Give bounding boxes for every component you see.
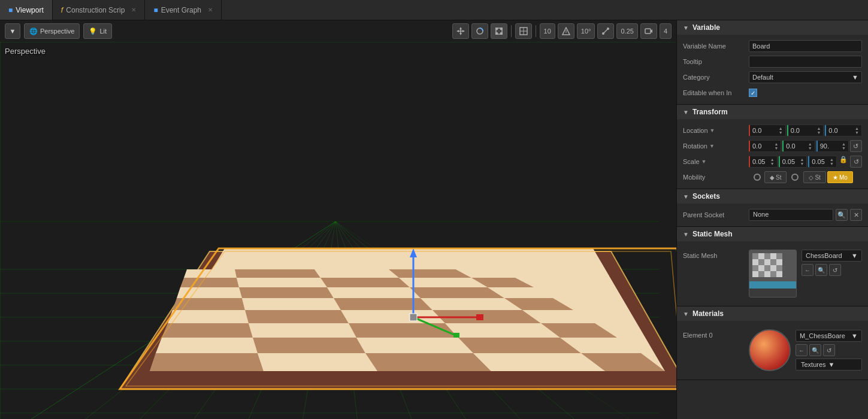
- perspective-button[interactable]: 🌐 Perspective: [24, 23, 80, 39]
- surface-snap-btn[interactable]: [558, 23, 574, 39]
- material-name-dropdown[interactable]: M_ChessBoare ▼: [796, 330, 862, 342]
- scale-snap-icon-btn[interactable]: [597, 23, 614, 39]
- sockets-collapse-icon: ▼: [683, 193, 689, 200]
- svg-rect-9: [500, 28, 503, 30]
- camera-speed-value: 4: [664, 28, 667, 35]
- tab-construction[interactable]: f Construction Scrip ✕: [53, 0, 146, 20]
- mobility-static-btn[interactable]: ◆ St: [764, 171, 787, 183]
- parent-socket-label: Parent Socket: [683, 211, 749, 218]
- tab-event-graph[interactable]: ■ Event Graph ✕: [145, 0, 222, 20]
- mesh-reset-btn[interactable]: ↺: [829, 264, 841, 276]
- world-mode-btn[interactable]: [515, 23, 532, 39]
- svg-marker-59: [445, 323, 560, 338]
- svg-marker-57: [249, 323, 356, 338]
- sockets-section-title: Sockets: [692, 192, 720, 201]
- rotation-y-field[interactable]: 0.0 ▲▼: [782, 140, 815, 152]
- svg-rect-108: [764, 265, 770, 271]
- editable-row: Editable when In ✓: [677, 85, 868, 101]
- material-search-btn[interactable]: 🔍: [809, 344, 821, 356]
- viewport-menu-btn[interactable]: ▼: [5, 23, 20, 39]
- construction-tab-label: Construction Scrip: [66, 6, 125, 14]
- svg-marker-5: [462, 30, 465, 32]
- main-area: ▼ 🌐 Perspective 💡 Lit: [0, 20, 868, 419]
- svg-rect-98: [764, 253, 770, 259]
- scale-reset-btn[interactable]: ↺: [850, 156, 862, 168]
- scale-label[interactable]: Scale ▼: [683, 158, 749, 165]
- event-tab-close[interactable]: ✕: [208, 7, 213, 13]
- scale-x-field[interactable]: 0.05 ▲▼: [749, 156, 778, 168]
- mesh-name-dropdown[interactable]: ChessBoard ▼: [802, 250, 862, 262]
- checkbox-checkmark: ✓: [751, 90, 755, 96]
- editable-checkbox[interactable]: ✓: [749, 89, 757, 97]
- svg-rect-10: [495, 32, 498, 35]
- rotation-z-field[interactable]: 90. ▲▼: [816, 140, 849, 152]
- location-x-field[interactable]: 0.0 ▲▼: [749, 125, 786, 136]
- editable-label: Editable when In: [683, 89, 749, 96]
- scale-z-field[interactable]: 0.05 ▲▼: [808, 156, 837, 168]
- translate-tool-btn[interactable]: [452, 23, 469, 39]
- materials-section-header[interactable]: ▼ Materials: [677, 306, 868, 321]
- variable-collapse-icon: ▼: [683, 25, 689, 31]
- svg-marker-77: [237, 278, 327, 287]
- location-z-field[interactable]: 0.0 ▲▼: [825, 125, 862, 136]
- material-actions: ← 🔍 ↺: [796, 344, 862, 356]
- scale-fields: 0.05 ▲▼ 0.05 ▲▼ 0.05 ▲▼ 🔒 ↺: [749, 156, 862, 168]
- scale-y-value: 0.05: [782, 158, 795, 165]
- scale-lock-icon[interactable]: 🔒: [838, 156, 849, 168]
- construction-tab-close[interactable]: ✕: [131, 7, 136, 13]
- rotation-label[interactable]: Rotation ▼: [683, 142, 749, 150]
- svg-marker-78: [320, 278, 410, 287]
- mesh-label: Static Mesh: [683, 250, 743, 259]
- socket-clear-btn[interactable]: ✕: [850, 209, 862, 221]
- rotation-x-field[interactable]: 0.0 ▲▼: [749, 140, 781, 152]
- variable-name-input[interactable]: [749, 40, 862, 52]
- svg-rect-11: [500, 32, 503, 35]
- material-name-row: M_ChessBoare ▼: [796, 330, 862, 342]
- mesh-search-btn[interactable]: 🔍: [815, 264, 827, 276]
- svg-rect-101: [752, 259, 758, 265]
- svg-marker-83: [314, 269, 399, 278]
- svg-rect-93: [453, 333, 459, 338]
- tooltip-label: Tooltip: [683, 58, 749, 65]
- variable-section-header[interactable]: ▼ Variable: [677, 20, 868, 35]
- mobility-divider: [789, 171, 801, 183]
- location-label[interactable]: Location ▼: [683, 127, 749, 134]
- location-text: Location: [683, 127, 708, 134]
- location-x-arrows: ▲▼: [779, 126, 783, 135]
- rotation-x-arrows: ▲▼: [774, 142, 778, 150]
- mobility-toggle[interactable]: [751, 171, 763, 183]
- tooltip-input[interactable]: [749, 56, 862, 68]
- sockets-section-header[interactable]: ▼ Sockets: [677, 189, 868, 204]
- static-mesh-section-header[interactable]: ▼ Static Mesh: [677, 227, 868, 241]
- toolbar-left: ▼ 🌐 Perspective 💡 Lit: [5, 23, 112, 39]
- rotation-snap-btn[interactable]: 10°: [577, 23, 595, 39]
- rotate-tool-btn[interactable]: [471, 23, 488, 39]
- socket-search-btn[interactable]: 🔍: [836, 209, 848, 221]
- mesh-thumbnail: [749, 250, 797, 297]
- rotation-y-arrows: ▲▼: [808, 142, 812, 150]
- transform-section-header[interactable]: ▼ Transform: [677, 105, 868, 119]
- grid-size-btn[interactable]: 10: [540, 23, 555, 39]
- viewport-canvas[interactable]: Perspective: [0, 42, 676, 419]
- rotation-reset-btn[interactable]: ↺: [850, 140, 862, 152]
- location-y-field[interactable]: 0.0 ▲▼: [787, 125, 824, 136]
- mobility-movable-icon: ★: [833, 174, 838, 181]
- camera-speed-icon-btn[interactable]: [640, 23, 657, 39]
- scale-snap-btn[interactable]: 0.25: [616, 23, 637, 39]
- material-back-btn[interactable]: ←: [796, 344, 807, 356]
- rotation-text: Rotation: [683, 142, 707, 150]
- sockets-section-content: Parent Socket None 🔍 ✕: [677, 204, 868, 226]
- svg-rect-20: [645, 29, 651, 34]
- textures-button[interactable]: Textures ▼: [796, 359, 862, 371]
- rotation-row: Rotation ▼ 0.0 ▲▼ 0.0 ▲▼ 90.: [677, 138, 868, 154]
- camera-speed-btn[interactable]: 4: [660, 23, 672, 39]
- mobility-movable-btn[interactable]: ★ Mo: [827, 171, 853, 183]
- scale-tool-btn[interactable]: [491, 23, 507, 39]
- mobility-stationary-btn[interactable]: ◇ St: [803, 171, 825, 183]
- tab-viewport[interactable]: ■ Viewport: [0, 0, 53, 20]
- material-reset-btn[interactable]: ↺: [823, 344, 835, 356]
- scale-y-field[interactable]: 0.05 ▲▼: [779, 156, 807, 168]
- lit-button[interactable]: 💡 Lit: [83, 23, 112, 39]
- mesh-back-btn[interactable]: ←: [802, 264, 813, 276]
- category-dropdown[interactable]: Default ▼: [749, 71, 862, 83]
